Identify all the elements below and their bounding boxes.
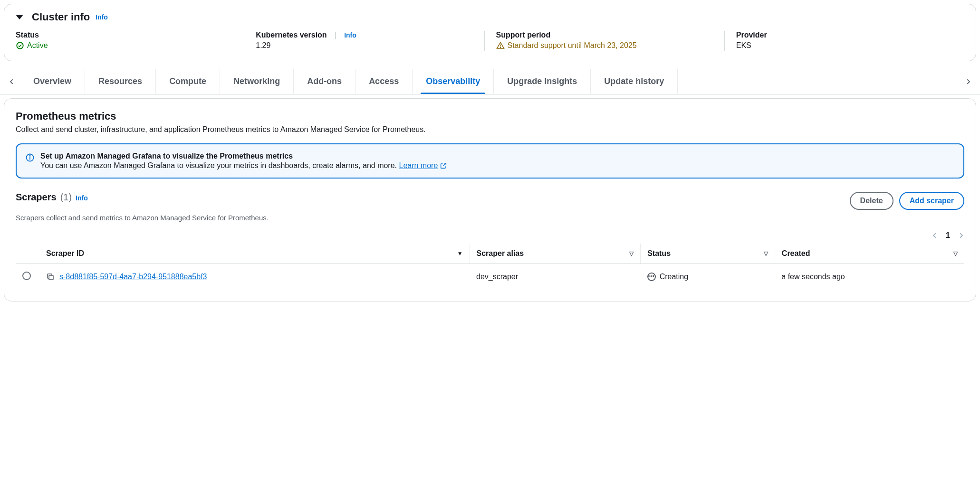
cluster-info-heading: Cluster info	[32, 11, 90, 23]
k8s-version-cell: Kubernetes version | Info 1.29	[244, 31, 484, 51]
prometheus-metrics-title: Prometheus metrics	[16, 110, 964, 122]
learn-more-link[interactable]: Learn more	[399, 161, 447, 170]
tabs-bar: OverviewResourcesComputeNetworkingAdd-on…	[0, 69, 980, 94]
tab-networking[interactable]: Networking	[220, 69, 294, 94]
grafana-alert-title: Set up Amazon Managed Grafana to visuali…	[40, 152, 447, 160]
tab-overview[interactable]: Overview	[20, 69, 85, 94]
support-period-text: Standard support until March 23, 2025	[508, 41, 637, 50]
page-current: 1	[946, 231, 950, 240]
support-period-cell: Support period Standard support until Ma…	[484, 31, 724, 51]
col-status[interactable]: Status ▽	[641, 244, 775, 264]
status-label: Status	[16, 31, 232, 39]
svg-point-5	[29, 156, 30, 156]
tab-upgrade-insights[interactable]: Upgrade insights	[494, 69, 591, 94]
col-scraper-id-label: Scraper ID	[46, 249, 84, 258]
row-select-radio[interactable]	[22, 272, 31, 280]
prometheus-metrics-subtitle: Collect and send cluster, infrastructure…	[16, 125, 964, 134]
warning-triangle-icon	[496, 41, 505, 50]
support-period-label: Support period	[496, 31, 713, 39]
k8s-version-label: Kubernetes version	[256, 31, 327, 39]
sort-desc-icon[interactable]: ▼	[457, 250, 463, 257]
grafana-alert-text: You can use Amazon Managed Grafana to vi…	[40, 161, 399, 169]
k8s-version-value: 1.29	[256, 41, 472, 50]
provider-cell: Provider EKS	[724, 31, 964, 51]
scrapers-table: Scraper ID ▼ Scraper alias ▽ Status	[16, 244, 964, 290]
tab-add-ons[interactable]: Add-ons	[294, 69, 355, 94]
table-row: s-8d881f85-597d-4aa7-b294-951888ea5bf3 d…	[16, 264, 964, 290]
svg-rect-6	[49, 275, 53, 280]
scraper-created-cell: a few seconds ago	[775, 264, 964, 290]
col-scraper-alias[interactable]: Scraper alias ▽	[470, 244, 641, 264]
tab-resources[interactable]: Resources	[85, 69, 156, 94]
pagination: 1	[16, 231, 964, 240]
scrapers-subtitle: Scrapers collect and send metrics to Ama…	[16, 214, 964, 222]
tabs-scroll-left-icon[interactable]	[4, 75, 20, 89]
col-created-label: Created	[782, 249, 810, 258]
scrapers-count: (1)	[60, 192, 72, 203]
observability-panel: Prometheus metrics Collect and send clus…	[4, 98, 976, 301]
provider-label: Provider	[736, 31, 953, 39]
provider-value: EKS	[736, 41, 953, 50]
check-circle-icon	[16, 41, 24, 50]
copy-icon[interactable]	[46, 273, 55, 281]
svg-point-2	[500, 47, 500, 47]
delete-button[interactable]: Delete	[850, 192, 894, 210]
col-status-label: Status	[647, 249, 671, 258]
tab-observability[interactable]: Observability	[413, 69, 494, 94]
status-text: Active	[27, 41, 48, 50]
sort-icon[interactable]: ▽	[629, 250, 634, 257]
external-link-icon	[440, 162, 447, 169]
in-progress-icon	[647, 273, 656, 281]
collapse-caret-icon[interactable]	[16, 15, 23, 19]
info-circle-icon	[25, 153, 35, 162]
learn-more-text: Learn more	[399, 161, 438, 170]
grafana-alert: Set up Amazon Managed Grafana to visuali…	[16, 143, 964, 179]
support-period-value[interactable]: Standard support until March 23, 2025	[496, 41, 637, 51]
cluster-info-link[interactable]: Info	[96, 13, 108, 21]
page-prev-icon[interactable]	[932, 232, 938, 239]
tab-update-history[interactable]: Update history	[591, 69, 678, 94]
col-scraper-alias-label: Scraper alias	[477, 249, 524, 258]
page-next-icon[interactable]	[958, 232, 964, 239]
grafana-alert-body: You can use Amazon Managed Grafana to vi…	[40, 161, 447, 170]
sort-icon[interactable]: ▽	[764, 250, 768, 257]
scraper-status-cell: Creating	[647, 273, 769, 281]
scraper-alias-cell: dev_scraper	[470, 264, 641, 290]
col-created[interactable]: Created ▽	[775, 244, 964, 264]
k8s-info-link[interactable]: Info	[344, 31, 356, 39]
scrapers-info-link[interactable]: Info	[76, 194, 88, 202]
tab-compute[interactable]: Compute	[156, 69, 220, 94]
cluster-info-panel: Cluster info Info Status Active Kubernet…	[4, 4, 976, 61]
scraper-id-link[interactable]: s-8d881f85-597d-4aa7-b294-951888ea5bf3	[59, 273, 207, 281]
tabs-scroll-right-icon[interactable]	[960, 75, 976, 89]
status-cell: Status Active	[16, 31, 244, 51]
add-scraper-button[interactable]: Add scraper	[899, 192, 964, 210]
scrapers-title: Scrapers	[16, 192, 57, 203]
scraper-status-text: Creating	[660, 273, 688, 281]
col-scraper-id[interactable]: Scraper ID ▼	[39, 244, 470, 264]
sort-icon[interactable]: ▽	[953, 250, 958, 257]
status-value: Active	[16, 41, 232, 50]
tab-access[interactable]: Access	[355, 69, 413, 94]
col-select	[16, 244, 39, 264]
